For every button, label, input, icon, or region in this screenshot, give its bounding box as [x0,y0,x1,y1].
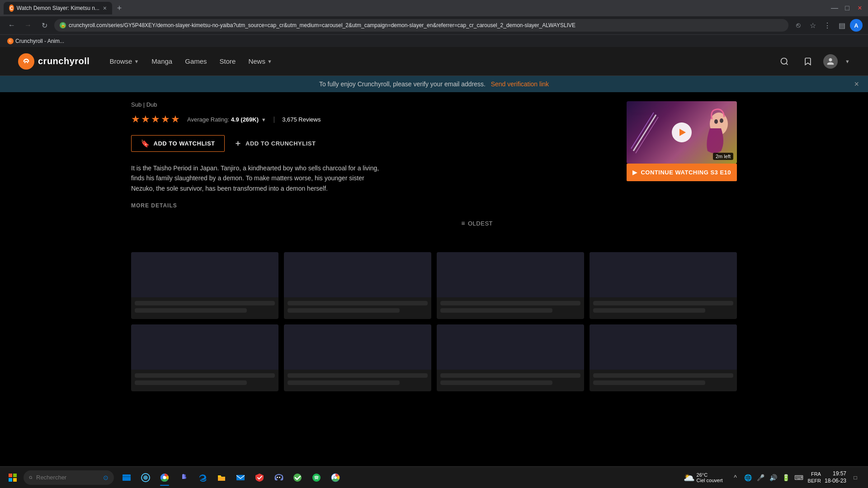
nav-news-label: News [248,57,265,65]
close-btn[interactable]: × [855,4,864,13]
start-btn[interactable] [4,469,22,487]
url-bar[interactable]: 🔒 crunchyroll.com/series/GY5P48XEY/demon… [54,19,788,32]
search-btn[interactable] [776,53,793,70]
cortana-icon: ⊙ [103,474,108,481]
nav-browse[interactable]: Browse ▼ [104,54,144,69]
browse-chevron-icon: ▼ [134,59,139,64]
taskbar-ticktick[interactable] [288,469,307,487]
taskbar-discord[interactable] [269,469,288,487]
bookmark-btn[interactable] [800,53,816,70]
taskbar-chrome2[interactable] [326,469,344,487]
network-icon[interactable]: 🌐 [743,472,754,483]
tab-close-btn[interactable]: × [103,5,107,12]
user-chevron-icon: ▼ [845,59,850,64]
bookmark-star-btn[interactable]: ☆ [807,19,819,32]
notifications-btn[interactable]: □ [850,472,861,483]
notif-text: To fully enjoy Crunchyroll, please verif… [319,80,486,88]
taskbar-right: 🌥️ 26°C Ciel couvert ^ 🌐 🎤 🔊 🔋 ⌨ FRA BEF… [684,470,864,484]
keyboard-icon[interactable]: ⌨ [793,472,804,483]
skeleton-line [593,308,705,313]
star-4: ★ [161,113,170,125]
browser-chrome: C Watch Demon Slayer: Kimetsu n... × + —… [0,0,868,47]
video-play-btn[interactable] [672,122,692,142]
cast-icon[interactable]: ⎋ [792,19,805,32]
reload-btn[interactable]: ↻ [38,19,51,32]
site-logo[interactable]: crunchyroll [18,53,90,70]
sidebar-btn[interactable]: ▤ [835,19,848,32]
taskbar-chrome[interactable] [156,469,174,487]
episode-card[interactable] [284,324,431,391]
content-left: Sub | Dub ★ ★ ★ ★ ★ Average Rating: 4.9 [131,101,389,209]
rating-chevron-icon[interactable]: ▼ [261,117,266,122]
taskbar-edge[interactable] [193,469,212,487]
add-to-watchlist-btn[interactable]: 🔖 ADD TO WATCHLIST [131,135,225,152]
inner-content: Sub | Dub ★ ★ ★ ★ ★ Average Rating: 4.9 [0,92,868,243]
sys-tray: ^ 🌐 🎤 🔊 🔋 ⌨ [730,472,804,483]
episode-card[interactable] [590,252,737,319]
tray-expand-btn[interactable]: ^ [730,472,741,483]
video-thumbnail[interactable]: 2m left [627,101,737,164]
taskbar-teams[interactable] [175,469,193,487]
browser-menu-btn[interactable]: ⋮ [821,19,834,32]
svg-rect-9 [13,478,17,482]
skeleton-line [135,308,247,313]
rating-score: 4.9 (269K) [231,116,259,123]
episode-card[interactable] [284,252,431,319]
episode-card[interactable] [131,252,278,319]
clock-lang-widget[interactable]: FRA BEFR [808,471,821,484]
taskbar-cortana[interactable] [137,469,155,487]
tab-bar: C Watch Demon Slayer: Kimetsu n... × + —… [0,0,868,16]
sort-oldest-btn[interactable]: ≡ OLDEST [461,220,493,227]
weather-widget[interactable]: 🌥️ 26°C Ciel couvert [684,472,723,483]
bookmark-crunchyroll[interactable]: C Crunchyroll - Anim... [4,36,68,47]
forward-btn[interactable]: → [22,19,34,32]
episode-thumb [284,324,431,370]
add-to-crunchylist-btn[interactable]: ＋ ADD TO CRUNCHYLIST [234,134,316,152]
taskbar-search-bar[interactable]: ⊙ [24,470,114,485]
site-nav: crunchyroll Browse ▼ Manga Games Store N… [0,47,868,76]
reviews-count[interactable]: 3,675 Reviews [282,116,321,123]
taskbar-file-explorer[interactable] [212,469,231,487]
back-btn[interactable]: ← [5,19,18,32]
episode-card[interactable] [437,324,584,391]
weather-icon: 🌥️ [684,472,695,483]
user-avatar[interactable] [823,54,838,69]
sub-dub-label: Sub | Dub [131,101,389,108]
taskbar-explorer[interactable] [118,469,136,487]
episode-card[interactable] [437,252,584,319]
nav-manga[interactable]: Manga [146,54,178,69]
microphone-icon[interactable]: 🎤 [755,472,766,483]
svg-rect-22 [236,475,245,480]
nav-browse-label: Browse [109,57,132,65]
notif-verify-link[interactable]: Send verification link [491,80,549,88]
address-bar: ← → ↻ 🔒 crunchyroll.com/series/GY5P48XEY… [0,16,868,34]
battery-icon[interactable]: 🔋 [781,472,792,483]
minimize-btn[interactable]: — [830,4,839,13]
nav-games[interactable]: Games [179,54,212,69]
logo-icon [18,53,34,70]
episode-card[interactable] [590,324,737,391]
taskbar-mail[interactable] [231,469,250,487]
new-tab-btn[interactable]: + [113,2,126,14]
clock-widget[interactable]: 19:57 18-06-23 [825,470,846,484]
skeleton-line [593,301,733,305]
logo-text: crunchyroll [38,56,90,66]
nav-news[interactable]: News ▼ [243,54,277,69]
continue-watching-btn[interactable]: ▶ CONTINUE WATCHING S3 E10 [627,164,737,181]
taskbar-spotify[interactable] [307,469,326,487]
notif-close-btn[interactable]: × [854,80,859,89]
maximize-btn[interactable]: □ [843,4,852,13]
taskbar-mcafee[interactable] [250,469,269,487]
episode-card[interactable] [131,324,278,391]
skeleton-line [440,373,580,378]
profile-btn[interactable]: A [850,19,863,32]
active-tab[interactable]: C Watch Demon Slayer: Kimetsu n... × [4,2,112,14]
episode-info [131,370,278,391]
more-details-btn[interactable]: MORE DETAILS [131,202,389,209]
nav-store[interactable]: Store [214,54,241,69]
episode-info [590,370,737,391]
bookmark-favicon: C [7,38,14,44]
speaker-icon[interactable]: 🔊 [768,472,779,483]
taskbar-search-input[interactable] [36,474,99,481]
skeleton-line [288,373,428,378]
